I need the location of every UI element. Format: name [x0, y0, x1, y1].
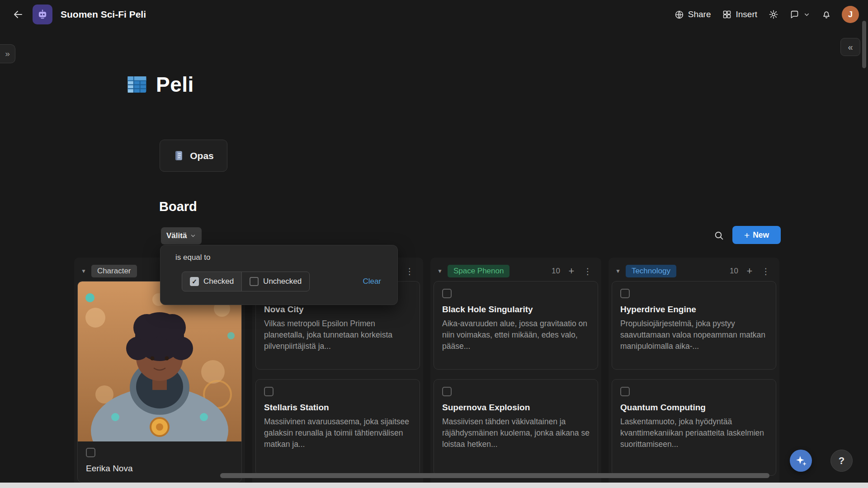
card-description: Vilkas metropoli Epsilon Primen planeeta…	[264, 318, 411, 352]
magnifier-icon	[713, 230, 724, 241]
card-title: Black Hole Singularity	[442, 305, 590, 314]
column-menu-button[interactable]: ⋮	[759, 264, 773, 278]
filter-value-segmented: ✓ Checked Unchecked	[182, 272, 310, 291]
app-icon	[33, 5, 52, 24]
board-card[interactable]: Hyperdrive Engine Propulsiojärjestelmä, …	[612, 281, 776, 370]
page-title[interactable]: Peli	[156, 72, 194, 97]
card-checkbox[interactable]	[264, 387, 274, 396]
search-button[interactable]	[710, 226, 728, 244]
filter-chip[interactable]: Välitä	[161, 227, 202, 244]
card-description: Massiivisen tähden väkivaltainen ja räjä…	[442, 416, 590, 450]
new-button-label: New	[753, 230, 769, 240]
card-description: Massiivinen avaruusasema, joka sijaitsee…	[264, 416, 411, 450]
panel-collapse-button[interactable]: «	[840, 38, 860, 56]
card-checkbox[interactable]	[620, 387, 630, 396]
question-icon: ?	[839, 455, 844, 467]
board-column-space-phenomena: ▼ Space Phenon 10 + ⋮ Black Hole Singula…	[430, 258, 601, 488]
card-checkbox[interactable]	[442, 289, 452, 298]
board-card[interactable]: Stellaris Station Massiivinen avaruusase…	[255, 379, 420, 476]
collapse-triangle-icon[interactable]: ▼	[615, 268, 621, 274]
card-checkbox[interactable]	[620, 289, 630, 298]
blocks-icon	[722, 10, 731, 19]
cards-list: Hyperdrive Engine Propulsiojärjestelmä, …	[612, 281, 776, 476]
card-title: Stellaris Station	[264, 403, 411, 413]
share-label: Share	[688, 9, 711, 19]
board-column-technology: ▼ Technology 10 + ⋮ Hyperdrive Engine Pr…	[609, 258, 779, 488]
insert-label: Insert	[736, 9, 757, 19]
card-title: Hyperdrive Engine	[620, 305, 768, 314]
gear-icon	[769, 9, 778, 19]
card-description: Propulsiojärjestelmä, joka pystyy saavut…	[620, 318, 768, 352]
card-title: Quantum Computing	[620, 403, 768, 413]
column-menu-button[interactable]: ⋮	[403, 264, 416, 278]
robot-icon	[37, 9, 48, 20]
checked-checkbox-icon: ✓	[190, 277, 199, 286]
column-pill[interactable]: Technology	[626, 265, 676, 277]
horizontal-scrollbar-thumb[interactable]	[220, 473, 769, 478]
plus-icon: +	[744, 230, 750, 240]
share-button[interactable]: Share	[670, 7, 716, 22]
add-card-button[interactable]: +	[565, 264, 578, 278]
board-card[interactable]: Quantum Computing Laskentamuoto, joka hy…	[612, 379, 776, 476]
arrow-left-icon	[13, 9, 24, 20]
new-button[interactable]: + New	[732, 226, 781, 244]
column-menu-button[interactable]: ⋮	[581, 264, 594, 278]
double-chevron-right-icon: »	[5, 49, 10, 59]
bottom-strip	[0, 483, 868, 488]
card-body: Eerika Nova	[78, 441, 241, 474]
app-title: Suomen Sci-Fi Peli	[61, 9, 146, 20]
guide-page-card[interactable]: Opas	[160, 140, 227, 172]
board-card[interactable]: Supernova Explosion Massiivisen tähden v…	[434, 379, 598, 476]
card-count: 10	[730, 267, 738, 276]
bell-icon	[821, 9, 831, 19]
ai-assistant-button[interactable]	[790, 450, 812, 472]
settings-button[interactable]	[764, 5, 783, 23]
filter-option-checked[interactable]: ✓ Checked	[182, 272, 241, 291]
card-count: 10	[552, 267, 560, 276]
filter-condition[interactable]: is equal to	[175, 253, 211, 262]
sparkle-icon	[795, 455, 807, 467]
globe-icon	[675, 10, 684, 19]
board-section-title[interactable]: Board	[159, 199, 197, 214]
character-image	[78, 282, 241, 441]
speech-bubble-icon	[790, 10, 799, 19]
insert-button[interactable]: Insert	[718, 7, 762, 22]
column-pill[interactable]: Character	[91, 265, 137, 277]
user-avatar[interactable]: J	[842, 6, 859, 23]
filter-option-unchecked[interactable]: Unchecked	[241, 272, 309, 291]
sidebar-expand-button[interactable]: »	[0, 44, 15, 63]
card-description: Aika-avaruuden alue, jossa gravitaatio o…	[442, 318, 590, 352]
board-card[interactable]: Black Hole Singularity Aika-avaruuden al…	[434, 281, 598, 370]
card-checkbox[interactable]	[442, 387, 452, 396]
chevron-down-icon	[190, 233, 196, 239]
topbar: Suomen Sci-Fi Peli Share Insert J	[0, 0, 868, 29]
collapse-triangle-icon[interactable]: ▼	[81, 268, 86, 274]
cards-list: Eerika Nova	[77, 281, 242, 483]
chevron-down-icon	[803, 11, 810, 18]
card-description: Laskentamuoto, joka hyödyntää kvanttimek…	[620, 416, 768, 450]
double-chevron-left-icon: «	[848, 42, 853, 52]
book-icon	[173, 150, 184, 161]
column-pill[interactable]: Space Phenon	[448, 265, 510, 277]
guide-label: Opas	[190, 150, 214, 161]
topbar-actions: Share Insert J	[670, 5, 859, 23]
checked-label: Checked	[203, 277, 234, 286]
add-card-button[interactable]: +	[743, 264, 756, 278]
cards-list: Nova City Vilkas metropoli Epsilon Prime…	[255, 281, 420, 476]
table-icon	[126, 74, 148, 95]
comments-button[interactable]	[785, 7, 815, 22]
page-header: Peli	[126, 72, 194, 97]
board-card[interactable]: Eerika Nova	[77, 281, 242, 483]
unchecked-checkbox-icon	[250, 277, 259, 286]
card-checkbox[interactable]	[86, 448, 95, 457]
filter-clear-button[interactable]: Clear	[363, 277, 381, 286]
cards-list: Black Hole Singularity Aika-avaruuden al…	[434, 281, 598, 476]
column-header: ▼ Space Phenon 10 + ⋮	[434, 261, 598, 281]
collapse-triangle-icon[interactable]: ▼	[437, 268, 443, 274]
notifications-button[interactable]	[817, 5, 835, 23]
card-title: Nova City	[264, 305, 411, 314]
help-button[interactable]: ?	[830, 450, 853, 472]
filter-chip-label: Välitä	[166, 231, 187, 240]
back-button[interactable]	[9, 5, 27, 23]
card-title: Supernova Explosion	[442, 403, 590, 413]
